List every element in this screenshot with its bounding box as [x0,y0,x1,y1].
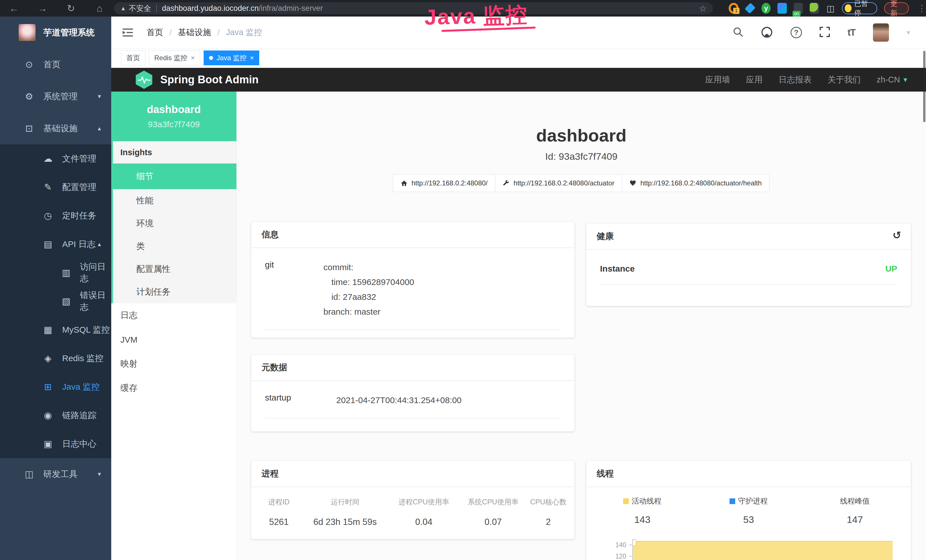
instance-actuator-link[interactable]: http://192.168.0.2:48080/actuator [495,174,622,192]
sba-menu-details[interactable]: 细节 [111,163,236,189]
extension-on-badge: on [793,11,800,17]
help-icon[interactable]: ? [791,27,802,38]
sidebar-item-mysql-monitor[interactable]: ▦ MySQL 监控 [0,316,111,344]
process-uptime-value: 6d 23h 15m 59s [303,517,387,527]
github-icon[interactable] [761,26,773,39]
link-url: http://192.168.0.2:48080/actuator [514,179,614,187]
home-icon[interactable]: ⌂ [94,3,106,14]
sidebar-item-api-logs[interactable]: ▤ API 日志 ▴ [0,230,111,259]
extension-grid-icon[interactable] [778,3,787,14]
cloud-icon: ☁ [42,153,54,164]
app-logo-row[interactable]: 芋道管理系统 [0,17,111,48]
sidebar-item-label: 基础设施 [43,123,77,135]
app-brand: 芋道管理系统 [43,27,95,38]
sidebar-item-tracing[interactable]: ◉ 链路追踪 [0,401,111,430]
user-avatar[interactable] [873,23,889,42]
app-logo-avatar [18,24,36,41]
sidebar-item-access-logs[interactable]: ▥ 访问日志 [0,259,111,287]
sidebar-submenu: ☁ 文件管理 ✎ 配置管理 ◷ 定时任务 ▤ API 日志 ▴ ▥ 访问日志 ▧… [0,144,111,458]
sidebar-item-system-mgmt[interactable]: ⚙ 系统管理 ▾ [0,80,111,112]
spring-boot-admin-logo-icon[interactable] [136,71,152,89]
wrench-icon [503,180,510,186]
extensions-puzzle-icon[interactable]: ◫ [826,3,835,14]
sba-menu-mappings[interactable]: 映射 [111,352,236,376]
sidebar-item-error-logs[interactable]: ▧ 错误日志 [0,287,111,316]
breadcrumb-infrastructure[interactable]: 基础设施 [178,27,211,38]
instance-home-link[interactable]: http://192.168.0.2:48080/ [393,174,495,192]
tab-label: Redis 监控 [154,53,188,62]
back-icon[interactable]: ← [8,3,20,14]
fullscreen-icon[interactable] [820,27,830,38]
extension-orange-icon[interactable]: 1 [729,3,738,14]
sba-language-select[interactable]: zh-CN ▾ [877,75,907,85]
reload-icon[interactable]: ↻ [65,3,77,14]
forward-icon[interactable]: → [36,3,48,14]
sba-menu-classes[interactable]: 类 [113,235,236,257]
sba-instance-header[interactable]: dashboard 93a3fc7f7409 [111,92,236,141]
link-url: http://192.168.0.2:48080/actuator/health [640,179,762,187]
sba-menu-environment[interactable]: 环境 [113,212,236,235]
sidebar-item-file-mgmt[interactable]: ☁ 文件管理 [0,144,111,173]
sidebar-item-java-monitor[interactable]: ⊞ Java 监控 [0,372,111,401]
divider [156,5,157,12]
extension-switch-icon[interactable]: on [794,3,803,14]
tab-redis-monitor[interactable]: Redis 监控 × [149,50,200,65]
history-icon[interactable]: ↺ [893,229,901,241]
browser-menu-icon[interactable]: ⋮ [917,3,926,14]
url-path: /infra/admin-server [259,4,323,13]
sidebar-item-home[interactable]: ⊙ 首页 [0,48,111,80]
breadcrumb-home[interactable]: 首页 [147,27,163,38]
sidebar-item-label: Redis 监控 [62,353,103,364]
sidebar-item-label: API 日志 [62,239,95,250]
update-button[interactable]: 更新 [884,2,909,14]
topbar-icons: ? tT ▾ [733,17,910,48]
sba-menu-scheduled-tasks[interactable]: 计划任务 [113,280,236,303]
scrollbar-thumb[interactable] [923,51,925,122]
text-size-icon[interactable]: tT [847,27,855,38]
sba-menu-config-props[interactable]: 配置属性 [113,257,236,280]
sidebar-item-config-mgmt[interactable]: ✎ 配置管理 [0,173,111,201]
tab-home[interactable]: 首页 [121,50,145,65]
metadata-startup-row: startup 2021-04-27T00:44:31.254+08:00 [265,393,561,418]
sba-nav-journal[interactable]: 日志报表 [779,74,812,86]
extension-pin-icon[interactable] [744,3,755,14]
sba-nav-wallboard[interactable]: 应用墙 [705,74,730,86]
extension-leaf-icon[interactable] [809,3,819,14]
metadata-row-label: startup [265,393,336,408]
git-branch-line: branch: master [324,304,414,319]
chevron-down-icon: ▾ [98,471,101,478]
sba-menu-metrics[interactable]: 性能 [113,189,236,212]
log-center-icon: ▣ [42,439,54,449]
sba-menu-logs[interactable]: 日志 [111,303,236,327]
sba-nav: 应用墙 应用 日志报表 关于我们 zh-CN ▾ [705,74,926,86]
search-icon[interactable] [733,27,743,38]
extension-green-icon[interactable]: y [761,3,770,14]
sidebar-item-infrastructure[interactable]: ⊡ 基础设施 ▴ [0,112,111,144]
security-label[interactable]: 不安全 [129,3,151,14]
sidebar-item-log-center[interactable]: ▣ 日志中心 [0,430,111,458]
sba-nav-about[interactable]: 关于我们 [828,74,861,86]
bookmark-star-icon[interactable]: ☆ [699,3,707,14]
y-tick-140: 140 [616,541,626,549]
active-tab-dot [209,56,213,60]
sidebar-item-dev-tools[interactable]: ◫ 研发工具 ▾ [0,458,111,490]
sidebar-collapse-icon[interactable] [123,28,133,37]
close-icon[interactable]: × [250,54,254,62]
tab-java-monitor[interactable]: Java 监控 × [204,50,259,65]
sba-menu-caches[interactable]: 缓存 [111,376,236,400]
instance-health-link[interactable]: http://192.168.0.2:48080/actuator/health [622,174,769,192]
sidebar-item-label: Java 监控 [62,381,100,393]
sba-menu-jvm[interactable]: JVM [111,327,236,352]
address-bar[interactable]: ▲ 不安全 dashboard.yudao.iocoder.cn /infra/… [114,2,713,14]
paused-badge[interactable]: 已暂停 [842,2,877,14]
health-instance-row[interactable]: Instance UP [600,264,897,285]
home-icon [401,180,407,186]
sidebar-item-scheduled-jobs[interactable]: ◷ 定时任务 [0,201,111,230]
close-icon[interactable]: × [191,54,195,62]
chevron-down-icon: ▾ [98,93,101,100]
user-caret-icon[interactable]: ▾ [906,29,910,36]
live-threads-area [633,541,893,560]
sba-nav-applications[interactable]: 应用 [746,74,763,86]
sba-title[interactable]: Spring Boot Admin [160,74,259,86]
sidebar-item-redis-monitor[interactable]: ◈ Redis 监控 [0,344,111,372]
